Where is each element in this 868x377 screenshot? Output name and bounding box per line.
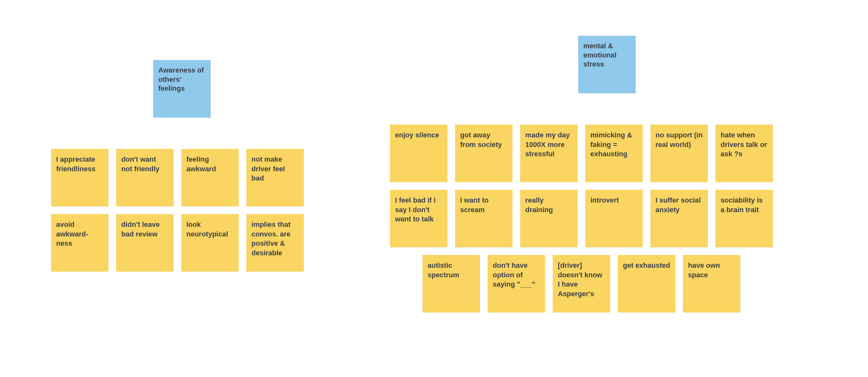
sticky-note[interactable]: I want to scream xyxy=(455,190,513,247)
sticky-note[interactable]: [driver] doesn't know I have Asperger's xyxy=(553,255,610,313)
cluster-awareness-row-1: I appreciate friendliness don't want not… xyxy=(51,149,304,206)
sticky-note[interactable]: mimicking & faking = exhausting xyxy=(585,125,643,182)
sticky-note[interactable]: introvert xyxy=(585,190,643,247)
sticky-note[interactable]: get exhausted xyxy=(618,255,675,313)
sticky-note[interactable]: not make driver feel bad xyxy=(246,149,304,206)
cluster-header-awareness[interactable]: Awareness of others' feelings xyxy=(153,60,211,118)
sticky-note[interactable]: I feel bad if I say I don't want to talk xyxy=(390,190,447,247)
sticky-note[interactable]: hate when drivers talk or ask ?s xyxy=(715,125,773,182)
cluster-awareness-row-2: avoid awkward-ness didn't leave bad revi… xyxy=(51,214,304,271)
sticky-note[interactable]: got away from society xyxy=(455,125,513,182)
sticky-note[interactable]: avoid awkward-ness xyxy=(51,214,108,271)
sticky-note[interactable]: autistic spectrum xyxy=(423,255,480,313)
sticky-note[interactable]: don't have option of saying "___" xyxy=(488,255,545,313)
cluster-stress-row-1: enjoy silence got away from society made… xyxy=(390,125,773,182)
cluster-stress-row-2: I feel bad if I say I don't want to talk… xyxy=(390,190,773,247)
sticky-note[interactable]: no support (in real world) xyxy=(650,125,708,182)
sticky-note[interactable]: really draining xyxy=(520,190,578,247)
sticky-note[interactable]: have own space xyxy=(683,255,740,313)
sticky-note[interactable]: don't want not friendly xyxy=(116,149,174,206)
cluster-stress-row-3: autistic spectrum don't have option of s… xyxy=(422,255,741,313)
sticky-note[interactable]: sociability is a brain trait xyxy=(715,190,773,247)
cluster-header-stress[interactable]: mental & emotional stress xyxy=(578,36,636,93)
sticky-note[interactable]: enjoy silence xyxy=(390,125,447,182)
sticky-note[interactable]: implies that convos. are positive & desi… xyxy=(246,214,304,271)
sticky-note[interactable]: I suffer social anxiety xyxy=(650,190,708,247)
sticky-note[interactable]: look neurotypical xyxy=(181,214,239,271)
sticky-note[interactable]: didn't leave bad review xyxy=(116,214,174,271)
sticky-note[interactable]: made my day 1000X more stressful xyxy=(520,125,578,182)
sticky-note[interactable]: I appreciate friendliness xyxy=(51,149,108,206)
sticky-note[interactable]: feeling awkward xyxy=(181,149,239,206)
